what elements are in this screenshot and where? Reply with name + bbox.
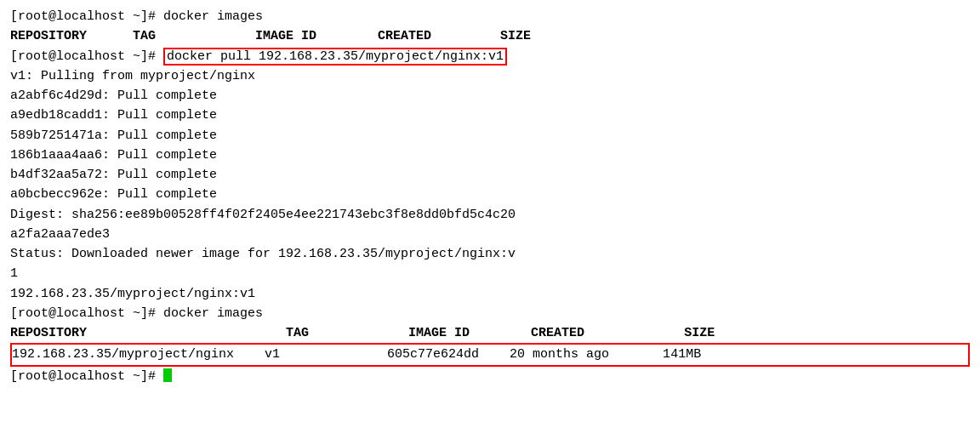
- terminal-window: [root@localhost ~]# docker images REPOSI…: [0, 0, 980, 445]
- line-header-2: REPOSITORY TAG IMAGE ID CREATED SIZE: [10, 323, 970, 343]
- line-digest-cont: a2fa2aaa7ede3: [10, 225, 970, 244]
- line-layer4: 186b1aaa4aa6: Pull complete: [10, 145, 970, 165]
- line-docker-images-2: [root@localhost ~]# docker images: [10, 304, 970, 323]
- line-final-prompt: [root@localhost ~]#: [10, 367, 970, 386]
- line-image-ref: 192.168.23.35/myproject/nginx:v1: [10, 284, 970, 304]
- line-status: Status: Downloaded newer image for 192.1…: [10, 244, 970, 264]
- terminal-cursor: [163, 368, 172, 382]
- line-layer3: 589b7251471a: Pull complete: [10, 126, 970, 145]
- command-highlight-box: docker pull 192.168.23.35/myproject/ngin…: [163, 48, 507, 66]
- line-layer5: b4df32aa5a72: Pull complete: [10, 165, 970, 185]
- line-pulling: v1: Pulling from myproject/nginx: [10, 66, 970, 86]
- image-row-highlight: 192.168.23.35/myproject/nginx v1 605c77e…: [10, 343, 970, 366]
- line-layer1: a2abf6c4d29d: Pull complete: [10, 86, 970, 106]
- line-header-1: REPOSITORY TAG IMAGE ID CREATED SIZE: [10, 26, 970, 46]
- line-digest: Digest: sha256:ee89b00528ff4f02f2405e4ee…: [10, 205, 970, 225]
- line-status-cont: 1: [10, 264, 970, 283]
- line-pull-command: [root@localhost ~]# docker pull 192.168.…: [10, 47, 970, 66]
- line-layer6: a0bcbecc962e: Pull complete: [10, 185, 970, 204]
- line-docker-images-1: [root@localhost ~]# docker images: [10, 7, 970, 26]
- line-layer2: a9edb18cadd1: Pull complete: [10, 106, 970, 125]
